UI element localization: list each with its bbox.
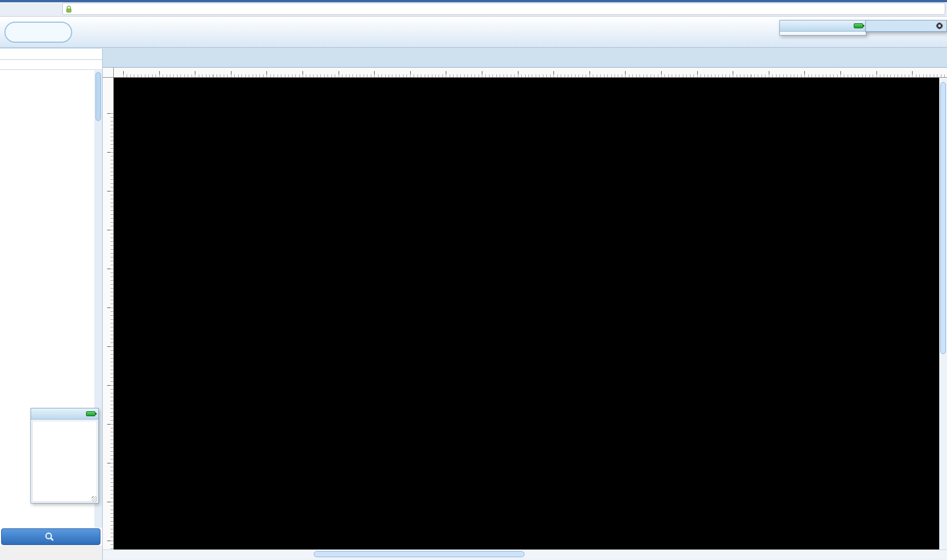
browser-back-button[interactable] bbox=[3, 2, 17, 15]
filter-row bbox=[0, 60, 102, 70]
vertical-ruler bbox=[103, 78, 114, 549]
library-select[interactable] bbox=[0, 49, 102, 60]
horizontal-ruler bbox=[114, 68, 947, 78]
filter-input[interactable] bbox=[3, 61, 99, 69]
easyeda-logo bbox=[4, 22, 72, 43]
layers-panel bbox=[865, 20, 947, 32]
resize-handle[interactable] bbox=[92, 496, 97, 502]
layers-header[interactable] bbox=[866, 21, 946, 32]
sidebar-footer bbox=[0, 546, 102, 560]
minimize-panel-icon[interactable] bbox=[86, 411, 95, 416]
vertical-scroll-thumb[interactable] bbox=[940, 82, 946, 354]
browser-tab-strip bbox=[0, 0, 947, 2]
browser-chrome bbox=[0, 0, 947, 17]
document-tabs bbox=[0, 48, 947, 68]
sidebar-scroll-thumb[interactable] bbox=[95, 72, 101, 121]
ruler-corner bbox=[103, 68, 114, 78]
vertical-scrollbar[interactable] bbox=[939, 78, 947, 549]
gear-icon[interactable] bbox=[935, 22, 944, 30]
https-lock-icon bbox=[66, 6, 72, 13]
browser-forward-button[interactable] bbox=[19, 2, 32, 15]
preview-header[interactable] bbox=[31, 408, 98, 420]
preview-panel bbox=[31, 408, 99, 503]
pcb-tools-header[interactable] bbox=[780, 21, 866, 32]
easyeda-editor-window bbox=[0, 0, 947, 560]
more-libraries-button[interactable] bbox=[1, 528, 100, 545]
pcb-canvas[interactable] bbox=[114, 78, 939, 549]
search-icon bbox=[44, 532, 54, 542]
browser-url-bar[interactable] bbox=[62, 3, 945, 15]
horizontal-scrollbar[interactable] bbox=[103, 549, 947, 558]
browser-home-button[interactable] bbox=[49, 2, 62, 15]
minimize-panel-icon[interactable] bbox=[854, 23, 863, 28]
preview-body bbox=[32, 421, 97, 502]
browser-refresh-button[interactable] bbox=[34, 2, 48, 15]
horizontal-scroll-thumb[interactable] bbox=[314, 551, 525, 557]
pcb-tools-panel bbox=[779, 20, 867, 36]
